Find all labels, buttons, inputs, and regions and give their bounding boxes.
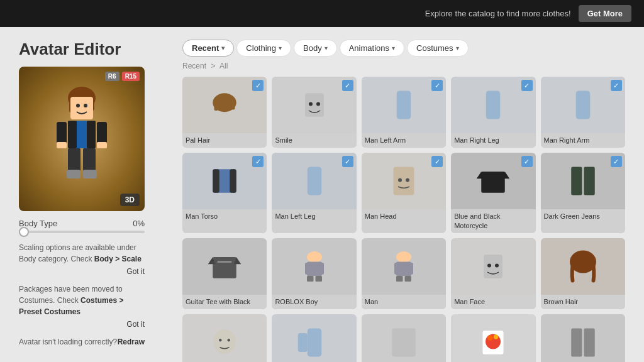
got-it-packages[interactable]: Got it — [19, 319, 145, 330]
item-label-6: Man Torso — [182, 209, 267, 224]
svg-rect-50 — [394, 263, 400, 275]
tab-costumes-label: Costumes — [416, 43, 453, 53]
item-card-17[interactable] — [272, 314, 356, 362]
breadcrumb-part1: Recent — [182, 62, 206, 70]
svg-rect-19 — [231, 101, 235, 110]
item-image-1: ✓ — [182, 77, 267, 133]
body-scale-link[interactable]: Body > Scale — [94, 255, 142, 263]
item-label-11: Guitar Tee with Black — [182, 295, 267, 309]
svg-rect-29 — [307, 167, 321, 195]
svg-point-48 — [396, 251, 411, 263]
svg-rect-10 — [57, 142, 67, 148]
item-card-6[interactable]: ✓ Man Torso — [182, 153, 267, 233]
item-card-9[interactable]: ✓ Blue and Black Motorcycle — [451, 153, 535, 233]
item-card-3[interactable]: ✓ Man Left Arm — [362, 77, 446, 148]
svg-point-4 — [76, 104, 80, 107]
item-card-5[interactable]: ✓ Man Right Arm — [541, 77, 625, 148]
item-image-17 — [272, 314, 356, 362]
svg-rect-37 — [584, 167, 594, 195]
tab-body[interactable]: Body ▾ — [294, 40, 337, 57]
tab-animations[interactable]: Animations ▾ — [340, 40, 404, 57]
slider-thumb[interactable] — [19, 227, 29, 237]
svg-point-21 — [309, 102, 313, 106]
item-card-19[interactable] — [451, 314, 535, 362]
item-label-2: Smile — [272, 133, 356, 148]
item-check-2: ✓ — [342, 80, 353, 91]
breadcrumb: Recent > All — [182, 62, 625, 70]
item-card-7[interactable]: ✓ Man Left Leg — [272, 153, 356, 233]
item-image-9: ✓ — [451, 153, 535, 209]
avatar-badges: R6 R15 — [105, 72, 140, 81]
tab-clothing[interactable]: Clothing ▾ — [236, 40, 291, 57]
tabs-row: Recent ▾ Clothing ▾ Body ▾ Animations ▾ … — [182, 40, 625, 57]
item-card-11[interactable]: Guitar Tee with Black — [182, 238, 267, 309]
item-card-10[interactable]: ✓ Dark Green Jeans — [541, 153, 625, 233]
svg-rect-33 — [482, 172, 506, 193]
item-check-7: ✓ — [342, 156, 353, 167]
svg-rect-53 — [404, 276, 411, 282]
badge-r15: R15 — [122, 72, 140, 81]
item-image-4: ✓ — [451, 77, 535, 133]
item-card-4[interactable]: ✓ Man Right Leg — [451, 77, 535, 148]
item-card-13[interactable]: Man — [362, 238, 446, 309]
tab-clothing-chevron: ▾ — [279, 45, 282, 52]
item-label-13: Man — [362, 295, 446, 309]
svg-rect-63 — [392, 329, 416, 357]
3d-button[interactable]: 3D — [120, 194, 140, 206]
svg-rect-45 — [318, 263, 324, 275]
item-card-14[interactable]: Man Face — [451, 238, 535, 309]
svg-rect-24 — [486, 91, 501, 119]
tab-recent[interactable]: Recent ▾ — [182, 40, 234, 57]
svg-point-31 — [398, 178, 402, 182]
badge-r6: R6 — [105, 72, 119, 81]
item-card-1[interactable]: ✓ Pal Hair — [182, 77, 267, 148]
body-type-section: Body Type 0% — [19, 219, 145, 233]
breadcrumb-sep: > — [211, 62, 215, 70]
item-image-8: ✓ — [362, 153, 446, 209]
item-label-12: ROBLOX Boy — [272, 295, 356, 309]
svg-point-55 — [487, 263, 491, 267]
items-grid: ✓ Pal Hair ✓ Smile ✓ Man Left Arm ✓ Man … — [182, 77, 625, 362]
svg-rect-8 — [87, 121, 96, 148]
item-image-6: ✓ — [182, 153, 267, 209]
loading-notice-text: Avatar isn't loading correctly? — [19, 336, 117, 348]
body-type-value: 0% — [133, 219, 145, 228]
item-card-16[interactable] — [182, 314, 267, 362]
svg-point-32 — [406, 178, 409, 182]
tab-body-label: Body — [303, 43, 322, 53]
svg-rect-46 — [307, 276, 314, 282]
item-check-10: ✓ — [611, 156, 622, 167]
svg-rect-52 — [396, 276, 403, 282]
item-label-4: Man Right Leg — [451, 133, 535, 148]
left-panel: Avatar Editor R6 R15 — [19, 40, 170, 362]
item-card-15[interactable]: Brown Hair — [541, 238, 625, 309]
item-label-14: Man Face — [451, 295, 535, 309]
redraw-link[interactable]: Redraw — [118, 336, 145, 348]
svg-rect-20 — [305, 93, 324, 117]
svg-point-67 — [494, 334, 499, 339]
got-it-scaling[interactable]: Got it — [19, 266, 145, 277]
item-card-2[interactable]: ✓ Smile — [272, 77, 356, 148]
item-card-18[interactable] — [362, 314, 446, 362]
get-more-button[interactable]: Get More — [579, 5, 631, 22]
body-type-slider[interactable] — [19, 231, 145, 233]
tab-costumes[interactable]: Costumes ▾ — [407, 40, 469, 57]
svg-rect-51 — [408, 263, 413, 275]
item-card-8[interactable]: ✓ Man Head — [362, 153, 446, 233]
item-check-4: ✓ — [521, 80, 533, 91]
svg-rect-12 — [97, 142, 107, 148]
item-image-16 — [182, 314, 267, 362]
item-card-20[interactable] — [541, 314, 625, 362]
item-image-15 — [541, 238, 625, 295]
item-label-3: Man Left Arm — [362, 133, 446, 148]
avatar-figure — [44, 79, 119, 199]
svg-rect-27 — [213, 170, 219, 194]
item-label-7: Man Left Leg — [272, 209, 356, 224]
item-card-12[interactable]: ROBLOX Boy — [272, 238, 356, 309]
svg-rect-13 — [68, 148, 80, 171]
avatar-preview: R6 R15 — [19, 67, 145, 211]
tab-body-chevron: ▾ — [325, 45, 328, 52]
item-check-3: ✓ — [431, 80, 443, 91]
item-label-8: Man Head — [362, 209, 446, 224]
item-image-11 — [182, 238, 267, 295]
